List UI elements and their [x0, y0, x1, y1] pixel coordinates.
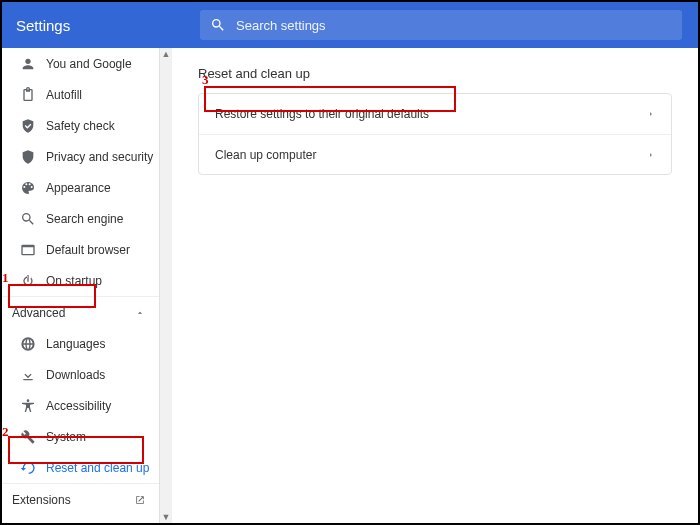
sidebar-item-label: Autofill — [46, 88, 82, 102]
sidebar-item-label: Default browser — [46, 243, 130, 257]
search-wrap: Search settings — [200, 10, 698, 40]
chevron-up-icon — [135, 308, 145, 318]
sidebar-item-you-and-google[interactable]: You and Google — [2, 48, 159, 79]
sidebar-item-label: Safety check — [46, 119, 115, 133]
sidebar-item-autofill[interactable]: Autofill — [2, 79, 159, 110]
extensions-label: Extensions — [12, 493, 71, 507]
restore-icon — [20, 460, 46, 476]
accessibility-icon — [20, 398, 46, 414]
main-content: Reset and clean up Restore settings to t… — [172, 48, 698, 523]
sidebar-item-languages[interactable]: Languages — [2, 328, 159, 359]
sidebar-item-label: Downloads — [46, 368, 105, 382]
sidebar-item-privacy[interactable]: Privacy and security — [2, 141, 159, 172]
sidebar-item-label: Languages — [46, 337, 105, 351]
clipboard-icon — [20, 87, 46, 103]
sidebar-item-safety-check[interactable]: Safety check — [2, 110, 159, 141]
section-title: Reset and clean up — [198, 66, 672, 81]
scroll-down-icon[interactable]: ▼ — [162, 511, 171, 523]
search-input[interactable]: Search settings — [200, 10, 682, 40]
sidebar-item-label: Reset and clean up — [46, 461, 149, 475]
app-title: Settings — [2, 17, 200, 34]
sidebar-item-label: Privacy and security — [46, 150, 153, 164]
sidebar-item-label: Accessibility — [46, 399, 111, 413]
sidebar-item-extensions[interactable]: Extensions — [2, 483, 159, 515]
external-link-icon — [135, 495, 145, 505]
search-icon — [210, 17, 226, 33]
row-label: Clean up computer — [215, 148, 316, 162]
palette-icon — [20, 180, 46, 196]
person-icon — [20, 56, 46, 72]
sidebar-item-appearance[interactable]: Appearance — [2, 172, 159, 203]
shield-icon — [20, 149, 46, 165]
settings-card: Restore settings to their original defau… — [198, 93, 672, 175]
shield-check-icon — [20, 118, 46, 134]
sidebar-section-advanced[interactable]: Advanced — [2, 296, 159, 328]
sidebar-scrollbar[interactable]: ▲ ▼ — [160, 48, 172, 523]
sidebar-item-label: Appearance — [46, 181, 111, 195]
sidebar-item-label: On startup — [46, 274, 102, 288]
sidebar-item-accessibility[interactable]: Accessibility — [2, 390, 159, 421]
download-icon — [20, 367, 46, 383]
row-clean-up-computer[interactable]: Clean up computer — [199, 134, 671, 174]
browser-icon — [20, 242, 46, 258]
sidebar-item-reset[interactable]: Reset and clean up — [2, 452, 159, 483]
search-placeholder: Search settings — [236, 18, 326, 33]
sidebar-item-label: System — [46, 430, 86, 444]
globe-icon — [20, 336, 46, 352]
sidebar-item-default-browser[interactable]: Default browser — [2, 234, 159, 265]
wrench-icon — [20, 429, 46, 445]
header-bar: Settings Search settings — [2, 2, 698, 48]
search-icon — [20, 211, 46, 227]
power-icon — [20, 273, 46, 289]
sidebar-item-label: You and Google — [46, 57, 132, 71]
sidebar-item-system[interactable]: System — [2, 421, 159, 452]
row-label: Restore settings to their original defau… — [215, 107, 429, 121]
chevron-right-icon — [647, 151, 655, 159]
chevron-right-icon — [647, 110, 655, 118]
scroll-up-icon[interactable]: ▲ — [162, 48, 171, 60]
sidebar-item-about[interactable]: About Chrome — [2, 515, 159, 523]
sidebar-item-on-startup[interactable]: On startup — [2, 265, 159, 296]
sidebar-item-search-engine[interactable]: Search engine — [2, 203, 159, 234]
advanced-label: Advanced — [12, 306, 65, 320]
sidebar-item-label: Search engine — [46, 212, 123, 226]
row-restore-defaults[interactable]: Restore settings to their original defau… — [199, 94, 671, 134]
sidebar-item-downloads[interactable]: Downloads — [2, 359, 159, 390]
sidebar: You and Google Autofill Safety check Pri… — [2, 48, 160, 523]
